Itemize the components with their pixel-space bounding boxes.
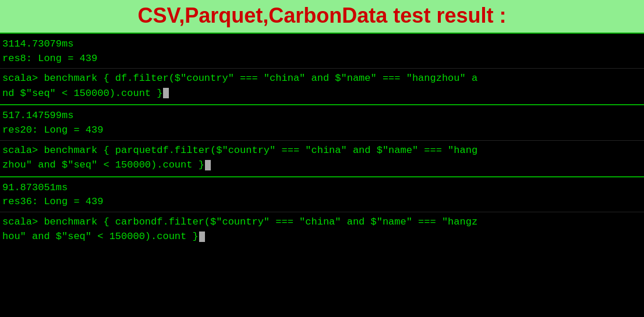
sections-container: 3114.73079msres8: Long = 439scala> bench… <box>0 33 644 248</box>
result-block-csv: 3114.73079msres8: Long = 439 <box>0 34 644 68</box>
section-parquet: 517.147599msres20: Long = 439scala> benc… <box>0 104 644 176</box>
result-block-carbon: 91.873051msres36: Long = 439 <box>0 177 644 212</box>
cursor-2 <box>199 231 205 242</box>
command-line-2-0: scala> benchmark { carbondf.filter($"cou… <box>2 215 642 230</box>
command-line-2-1: hou" and $"seq" < 150000).count } <box>2 229 642 244</box>
command-line-1-1: zhou" and $"seq" < 150000).count } <box>2 158 642 173</box>
result-line-0-1: res8: Long = 439 <box>2 52 642 66</box>
section-carbon: 91.873051msres36: Long = 439scala> bench… <box>0 176 644 248</box>
result-line-1-0: 517.147599ms <box>2 109 642 123</box>
command-block-carbon: scala> benchmark { carbondf.filter($"cou… <box>0 212 644 248</box>
command-line-0-0: scala> benchmark { df.filter($"country" … <box>2 71 642 86</box>
command-block-csv: scala> benchmark { df.filter($"country" … <box>0 68 644 104</box>
section-csv: 3114.73079msres8: Long = 439scala> bench… <box>0 33 644 104</box>
result-block-parquet: 517.147599msres20: Long = 439 <box>0 105 644 140</box>
result-line-2-1: res36: Long = 439 <box>2 195 642 209</box>
cursor-0 <box>163 88 169 98</box>
header: CSV,Parquet,CarbonData test result : <box>0 0 644 33</box>
command-block-parquet: scala> benchmark { parquetdf.filter($"co… <box>0 140 644 176</box>
result-line-0-0: 3114.73079ms <box>2 37 642 52</box>
result-line-2-0: 91.873051ms <box>2 181 642 195</box>
cursor-1 <box>205 160 211 170</box>
header-title: CSV,Parquet,CarbonData test result : <box>138 3 507 27</box>
command-line-0-1: nd $"seq" < 150000).count } <box>2 86 642 101</box>
result-line-1-1: res20: Long = 439 <box>2 123 642 138</box>
command-line-1-0: scala> benchmark { parquetdf.filter($"co… <box>2 143 642 158</box>
